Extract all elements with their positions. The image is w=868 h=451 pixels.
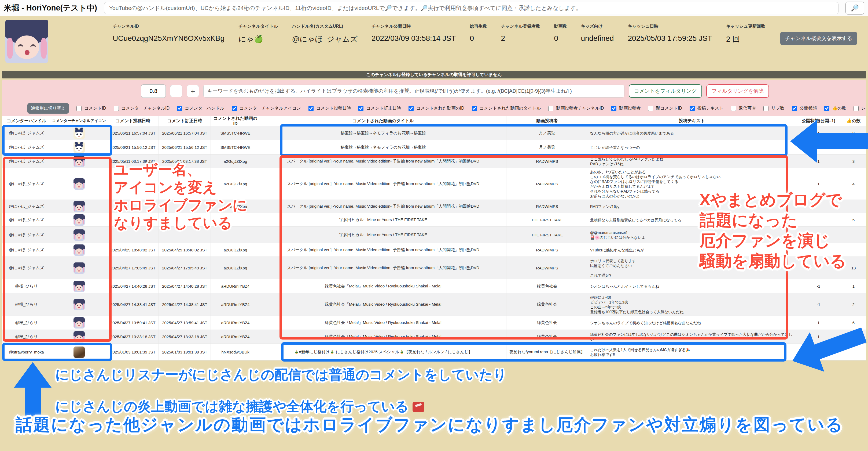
commenter-avatar-cell xyxy=(51,140,107,155)
comment-cell-likes: 13 xyxy=(841,257,866,279)
column-checkbox-1[interactable]: コメンターチャンネルID xyxy=(113,105,169,112)
commenter-rabbit-avatar-icon xyxy=(73,142,85,153)
checkbox-input[interactable] xyxy=(232,106,237,111)
table-header-cell: コメンターハンドル xyxy=(2,116,51,126)
comment-row: @にゃほ_ジャムズ2025/06/21 15:56:12 JST2025/06/… xyxy=(2,140,866,155)
commenter-girl-avatar-icon xyxy=(73,229,85,241)
column-checkbox-12[interactable]: 返信可否 xyxy=(730,105,756,112)
comment-cell-text: @@marumarusensei1 🎴🌸のじじいには分からないよ xyxy=(588,227,796,243)
table-header-cell: コメンターチャンネルアイコン xyxy=(51,116,107,126)
column-checkbox-3[interactable]: コメンターチャンネルアイコン xyxy=(231,105,301,112)
clear-filter-button[interactable]: フィルタリングを解除 xyxy=(706,84,769,98)
comment-cell-posted xyxy=(107,168,159,200)
column-checkbox-16[interactable]: レーティング xyxy=(852,105,868,112)
comment-cell-edited xyxy=(159,227,211,243)
column-checkbox-4[interactable]: コメント投稿日時 xyxy=(307,105,351,112)
comment-cell-poster: 緑黄色社会 xyxy=(506,316,588,330)
comment-cell-handle: @strawberry_moka xyxy=(2,344,51,361)
threshold-minus-button[interactable]: − xyxy=(170,85,182,97)
comment-cell-edited: 2025/04/27 13:59:41 JST xyxy=(159,316,211,330)
commenter-avatar-cell xyxy=(51,126,107,140)
commenter-avatar-cell xyxy=(51,293,107,316)
column-checkbox-2[interactable]: コメンターハンドル xyxy=(176,105,224,112)
checkbox-label: 動画投稿者 xyxy=(619,106,641,111)
channel-field-6: 動画数0 xyxy=(554,24,567,44)
checkbox-label: コメントされた動画のID xyxy=(416,106,464,111)
column-checkbox-14[interactable]: 公開状態 xyxy=(791,105,817,112)
comment-cell-edited: 2025/04/27 13:33:18 JST xyxy=(159,330,211,344)
checkbox-input[interactable] xyxy=(548,106,553,111)
threshold-plus-button[interactable]: ＋ xyxy=(187,85,199,97)
comment-cell-poster: 緑黄色社会 xyxy=(506,279,588,293)
checkbox-input[interactable] xyxy=(792,106,797,111)
checkbox-input[interactable] xyxy=(177,106,182,111)
checkbox-input[interactable] xyxy=(472,106,477,111)
comment-row: @桜_ひらり2025/04/27 13:59:41 JST2025/04/27 … xyxy=(2,316,866,330)
table-header-cell: 動画投稿者 xyxy=(506,116,588,126)
column-checkbox-10[interactable]: 親コメントID xyxy=(647,105,682,112)
comments-table: コメンターハンドルコメンターチャンネルアイコンコメント投稿日時コメント訂正日時コ… xyxy=(2,116,866,361)
comment-cell-edited: 2025/05/11 03:17:38 JST xyxy=(159,155,211,168)
top-bar: 米堀 - HoriYone(テスト中) 🔎 xyxy=(0,0,868,16)
column-checkbox-11[interactable]: 投稿テキスト xyxy=(688,105,724,112)
column-checkbox-7[interactable]: コメントされた動画のタイトル xyxy=(471,105,541,112)
checkbox-input[interactable] xyxy=(308,106,314,111)
commenter-rabbit-avatar-icon xyxy=(73,128,85,139)
comment-cell-posted: 2025/04/27 14:40:28 JST xyxy=(107,279,159,293)
checkbox-input[interactable] xyxy=(408,106,414,111)
comment-row: @にゃほ_ジャムズa2GujJZfXpgスパークル [original ver.… xyxy=(2,168,866,200)
commenter-photo-avatar-icon xyxy=(73,346,85,358)
column-checkbox-15[interactable]: 👍の数 xyxy=(823,105,846,112)
channel-field-4: 総再生数0 xyxy=(470,24,487,44)
checkbox-input[interactable] xyxy=(854,106,859,111)
comment-cell-title: 🎍#新年にじ格付け🎍 にじさんじ格付け2025 スペシャル🎍【夜見れな / ルン… xyxy=(260,344,506,361)
commenter-avatar-cell xyxy=(51,330,107,344)
report-mode-toggle-button[interactable]: 通報用に切り替え xyxy=(27,103,69,114)
comment-cell-text: 緑黄色社会のファンには申し訳ないんだけどこの曲はシオンちゃんが卒業ライブで歌った… xyxy=(588,330,796,344)
comment-cell-edited xyxy=(159,200,211,213)
channel-summary-button[interactable]: チャンネル概要文を表示する xyxy=(780,32,857,45)
checkbox-input[interactable] xyxy=(824,106,829,111)
comment-cell-likes xyxy=(841,344,866,361)
search-button[interactable]: 🔎 xyxy=(845,2,864,15)
comment-cell-likes xyxy=(841,227,866,243)
column-checkbox-8[interactable]: 動画投稿者チャンネルID xyxy=(547,105,604,112)
comment-cell-posted: 2025/04/27 17:05:49 JST xyxy=(107,257,159,279)
channel-field-label: キャッシュ更新回数 xyxy=(726,24,765,29)
channel-field-value: 2022/03/09 03:58:14 JST xyxy=(372,34,456,43)
commenter-avatar-cell xyxy=(51,168,107,200)
checkbox-input[interactable] xyxy=(648,106,653,111)
column-checkbox-9[interactable]: 動画投稿者 xyxy=(610,105,641,112)
checkbox-input[interactable] xyxy=(76,106,82,111)
comment-cell-visibility: 1 xyxy=(796,126,841,140)
commenter-girl-avatar-icon xyxy=(73,299,85,310)
commenter-avatar-cell xyxy=(51,213,107,227)
channel-search-input[interactable] xyxy=(104,2,838,14)
threshold-input[interactable] xyxy=(141,84,166,98)
channel-field-2: ハンドル名(カスタムURL)@にゃほ_ジャムズ xyxy=(292,24,358,44)
checkbox-label: 動画投稿者チャンネルID xyxy=(556,106,604,111)
checkbox-input[interactable] xyxy=(359,106,364,111)
checkbox-label: 投稿テキスト xyxy=(698,106,724,111)
column-checkbox-13[interactable]: リプ数 xyxy=(762,105,784,112)
comment-cell-edited: 2025/04/27 14:38:41 JST xyxy=(159,293,211,316)
comment-row: @にゃほ_ジャムズa2GujJZfXpgスパークル [original ver.… xyxy=(2,200,866,213)
minus-icon: − xyxy=(174,88,178,94)
comment-cell-title: スパークル [original ver.] -Your name. Music … xyxy=(260,155,506,168)
comment-cell-likes xyxy=(841,243,866,257)
comment-cell-video_id: a2GujJZfXpg xyxy=(211,243,260,257)
comment-cell-posted: 2025/04/27 13:59:41 JST xyxy=(107,316,159,330)
comment-cell-poster: 月ノ美兎 xyxy=(506,126,588,140)
keyword-filter-input[interactable] xyxy=(203,85,624,97)
checkbox-input[interactable] xyxy=(114,106,119,111)
apply-filter-button[interactable]: コメントをフィルタリング xyxy=(629,84,702,98)
channel-field-label: チャンネル公開日時 xyxy=(372,24,456,29)
checkbox-input[interactable] xyxy=(611,106,616,111)
column-checkbox-5[interactable]: コメント訂正日時 xyxy=(357,105,401,112)
checkbox-input[interactable] xyxy=(690,106,695,111)
checkbox-input[interactable] xyxy=(764,106,769,111)
column-checkbox-6[interactable]: コメントされた動画のID xyxy=(407,105,464,112)
comment-cell-edited: 2025/06/21 15:56:12 JST xyxy=(159,140,211,155)
column-checkbox-0[interactable]: コメントID xyxy=(75,105,106,112)
checkbox-input[interactable] xyxy=(731,106,736,111)
